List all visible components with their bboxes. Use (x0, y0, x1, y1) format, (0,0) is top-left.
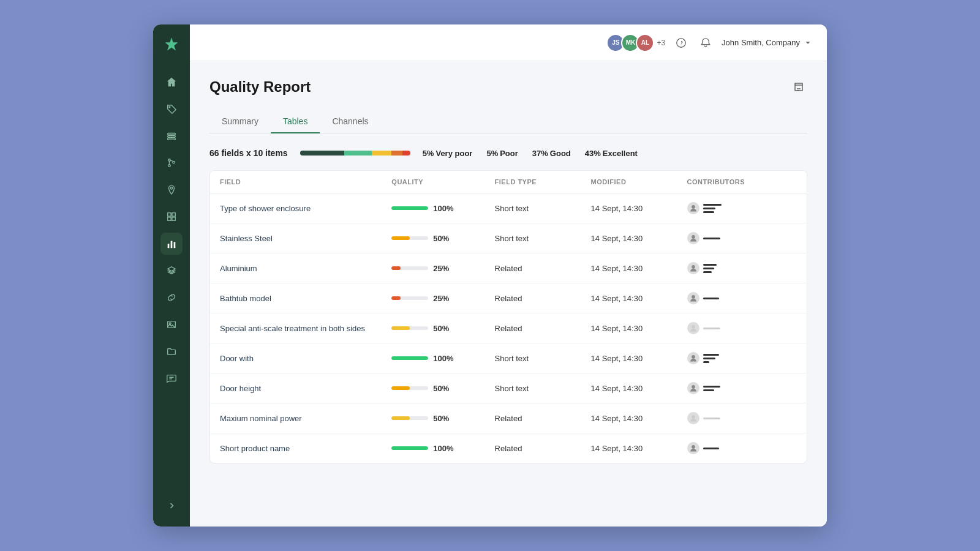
cell-contributors (687, 412, 797, 424)
sidebar-item-tag[interactable] (160, 98, 183, 120)
col-modified: MODIFIED (591, 178, 687, 186)
cell-contributors (687, 292, 797, 304)
user-menu[interactable]: John Smith, Company (722, 38, 812, 47)
table-row[interactable]: Short product name100%Related14 Sept, 14… (210, 433, 807, 463)
sidebar-item-image[interactable] (160, 313, 183, 335)
contributor-line (703, 386, 720, 388)
cell-contributors (687, 322, 797, 334)
cell-field: Short product name (220, 444, 391, 453)
contributor-lines (703, 386, 720, 391)
svg-point-6 (173, 161, 175, 163)
cell-field: Type of shower enclosure (220, 204, 391, 213)
cell-quality: 25% (391, 264, 494, 273)
sidebar-item-chart[interactable] (160, 233, 183, 255)
page-title: Quality Report (209, 78, 311, 96)
sidebar-item-link[interactable] (160, 287, 183, 309)
cell-modified: 14 Sept, 14:30 (591, 324, 687, 333)
sidebar-item-location[interactable] (160, 179, 183, 201)
svg-rect-12 (168, 244, 170, 248)
svg-point-0 (169, 107, 170, 108)
table-body: Type of shower enclosure100%Short text14… (210, 193, 807, 463)
col-contributors: CONTRIBUTORS (687, 178, 797, 186)
main-area: JS MK AL +3 John Smith, Company (190, 24, 827, 527)
svg-point-20 (692, 235, 695, 239)
cell-field-type: Related (495, 444, 591, 453)
content-area: Quality Report Summary Tables Channels 6… (190, 61, 827, 527)
svg-rect-18 (795, 85, 802, 91)
contributor-line (703, 448, 719, 449)
cell-contributors (687, 202, 797, 214)
svg-point-16 (169, 323, 171, 324)
cell-field: Stainless Steel (220, 234, 391, 243)
cell-field-type: Short text (495, 204, 591, 213)
col-field: FIELD (220, 178, 391, 186)
cell-contributors (687, 382, 797, 394)
col-field-type: FIELD TYPE (495, 178, 591, 186)
cell-field-type: Related (495, 324, 591, 333)
svg-point-24 (692, 355, 695, 359)
table-header: FIELD QUALITY FIELD TYPE MODIFIED CONTRI… (210, 171, 807, 193)
sidebar-item-stack[interactable] (160, 260, 183, 282)
contributor-lines (703, 298, 719, 299)
notification-icon[interactable] (697, 34, 714, 51)
table-row[interactable]: Bathtub model25%Related14 Sept, 14:30 (210, 283, 807, 313)
cell-field: Special anti-scale treatment in both sid… (220, 324, 391, 333)
cell-quality: 100% (391, 204, 494, 213)
sidebar-item-chat[interactable] (160, 367, 183, 389)
contributor-line (703, 204, 722, 206)
contributor-lines (703, 328, 720, 329)
table-row[interactable]: Door height50%Short text14 Sept, 14:30 (210, 373, 807, 403)
contributor-line (703, 271, 712, 273)
cell-contributors (687, 352, 797, 364)
cell-field-type: Related (495, 294, 591, 303)
print-icon[interactable] (790, 78, 807, 96)
topbar: JS MK AL +3 John Smith, Company (190, 24, 827, 61)
contributor-avatar (687, 232, 699, 244)
tab-tables[interactable]: Tables (271, 110, 320, 133)
tab-summary[interactable]: Summary (209, 110, 271, 133)
contributor-line (703, 208, 715, 209)
contributor-avatar (687, 322, 699, 334)
sidebar-expand-chevron[interactable] (160, 495, 183, 517)
sidebar-item-home[interactable] (160, 71, 183, 93)
sidebar-item-folder[interactable] (160, 340, 183, 362)
contributor-line (703, 211, 714, 213)
svg-point-23 (692, 325, 695, 329)
cell-modified: 14 Sept, 14:30 (591, 294, 687, 303)
contributor-avatar (687, 412, 699, 424)
table-row[interactable]: Maxium nominal power50%Related14 Sept, 1… (210, 403, 807, 433)
cell-field-type: Short text (495, 384, 591, 393)
contributor-avatar (687, 292, 699, 304)
cell-modified: 14 Sept, 14:30 (591, 444, 687, 453)
contributor-line (703, 361, 709, 363)
page-header: Quality Report (209, 78, 807, 96)
contributor-line (703, 268, 714, 269)
contributor-lines (703, 354, 719, 363)
sidebar-item-git[interactable] (160, 152, 183, 174)
help-icon[interactable] (673, 34, 690, 51)
table-row[interactable]: Aluminium25%Related14 Sept, 14:30 (210, 253, 807, 283)
contributor-line (703, 389, 714, 391)
svg-point-7 (170, 187, 173, 190)
sidebar-item-grid[interactable] (160, 206, 183, 228)
sidebar-item-layers[interactable] (160, 125, 183, 147)
table-row[interactable]: Type of shower enclosure100%Short text14… (210, 193, 807, 223)
table-row[interactable]: Door with100%Short text14 Sept, 14:30 (210, 343, 807, 373)
cell-field: Door with (220, 354, 391, 363)
table-row[interactable]: Special anti-scale treatment in both sid… (210, 313, 807, 343)
cell-modified: 14 Sept, 14:30 (591, 414, 687, 423)
cell-quality: 100% (391, 444, 494, 453)
progress-red (402, 151, 410, 156)
progress-dark (300, 151, 344, 156)
contributor-lines (703, 204, 722, 213)
cell-quality: 50% (391, 384, 494, 393)
table-row[interactable]: Stainless Steel50%Short text14 Sept, 14:… (210, 223, 807, 253)
svg-point-27 (692, 445, 695, 449)
cell-modified: 14 Sept, 14:30 (591, 264, 687, 273)
tab-channels[interactable]: Channels (320, 110, 380, 133)
app-logo[interactable] (160, 34, 183, 56)
cell-field: Maxium nominal power (220, 414, 391, 423)
contributor-lines (703, 418, 720, 419)
cell-modified: 14 Sept, 14:30 (591, 354, 687, 363)
contributor-avatar (687, 262, 699, 274)
